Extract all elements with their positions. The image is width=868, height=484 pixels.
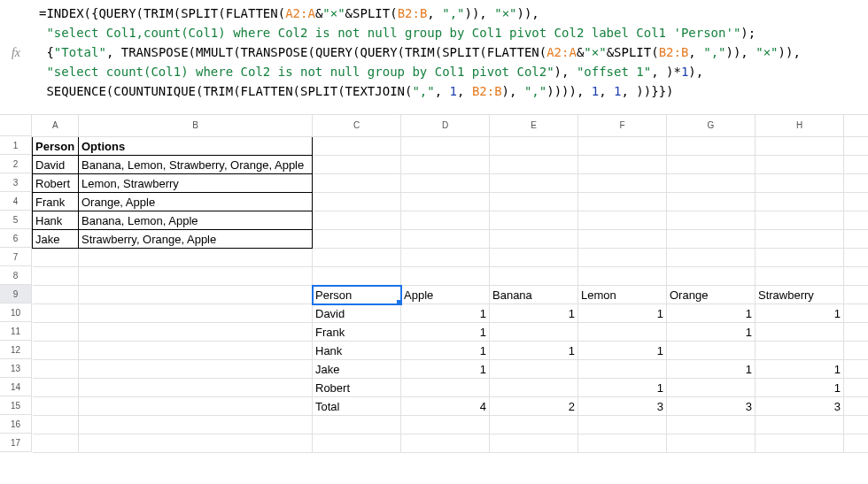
cell[interactable] xyxy=(79,397,313,416)
cell[interactable] xyxy=(401,249,490,267)
cell[interactable] xyxy=(578,434,667,453)
cell[interactable] xyxy=(844,342,869,360)
cell-A3[interactable]: Robert xyxy=(33,174,79,193)
cell[interactable] xyxy=(401,230,490,249)
row-header[interactable]: 5 xyxy=(0,211,32,229)
cell-A1[interactable]: Person xyxy=(33,137,79,156)
cell[interactable] xyxy=(844,211,869,230)
cell[interactable] xyxy=(33,397,79,416)
cell[interactable] xyxy=(844,434,869,453)
cell-C12[interactable]: Hank xyxy=(313,342,401,360)
cell[interactable] xyxy=(401,174,490,193)
column-header[interactable]: F xyxy=(578,115,667,137)
row-header[interactable]: 16 xyxy=(0,415,32,434)
cell-D9[interactable]: Apple xyxy=(401,286,490,304)
cell[interactable] xyxy=(79,267,313,286)
cell[interactable] xyxy=(79,323,313,342)
cell-C14[interactable]: Robert xyxy=(313,379,401,397)
cell[interactable] xyxy=(667,230,756,249)
cell[interactable] xyxy=(79,434,313,453)
cell-A6[interactable]: Jake xyxy=(33,230,79,249)
row-header[interactable]: 7 xyxy=(0,248,32,266)
cell-F14[interactable]: 1 xyxy=(578,379,667,397)
cell[interactable] xyxy=(578,137,667,156)
cell[interactable] xyxy=(33,304,79,323)
cell-B5[interactable]: Banana, Lemon, Apple xyxy=(79,211,313,230)
cell-H13[interactable]: 1 xyxy=(756,360,844,379)
cell[interactable] xyxy=(79,286,313,304)
cell[interactable] xyxy=(756,230,844,249)
cell[interactable] xyxy=(33,379,79,397)
cell-C13[interactable]: Jake xyxy=(313,360,401,379)
cell-D13[interactable]: 1 xyxy=(401,360,490,379)
column-header[interactable] xyxy=(844,115,869,137)
cell[interactable] xyxy=(490,230,578,249)
cell-E10[interactable]: 1 xyxy=(490,304,578,323)
cell[interactable] xyxy=(79,416,313,434)
cell-H9[interactable]: Strawberry xyxy=(756,286,844,304)
row-header[interactable]: 3 xyxy=(0,173,32,192)
cell-F13[interactable] xyxy=(578,360,667,379)
cell[interactable] xyxy=(490,434,578,453)
cell[interactable] xyxy=(756,434,844,453)
row-header[interactable]: 1 xyxy=(0,136,32,155)
cell[interactable] xyxy=(313,174,401,193)
cell[interactable] xyxy=(79,249,313,267)
cell-E14[interactable] xyxy=(490,379,578,397)
cell[interactable] xyxy=(844,156,869,174)
cell-D12[interactable]: 1 xyxy=(401,342,490,360)
column-header[interactable]: H xyxy=(756,115,844,137)
cell[interactable] xyxy=(313,416,401,434)
cell-D14[interactable] xyxy=(401,379,490,397)
row-header[interactable]: 8 xyxy=(0,266,32,285)
cell[interactable] xyxy=(844,323,869,342)
cell[interactable] xyxy=(667,249,756,267)
cell-G10[interactable]: 1 xyxy=(667,304,756,323)
cell-E11[interactable] xyxy=(490,323,578,342)
cell[interactable] xyxy=(313,137,401,156)
cell-G15[interactable]: 3 xyxy=(667,397,756,416)
cell[interactable] xyxy=(33,323,79,342)
cell-C9-active[interactable]: Person xyxy=(313,286,401,304)
row-header[interactable]: 11 xyxy=(0,322,32,341)
row-header[interactable]: 2 xyxy=(0,155,32,173)
column-header[interactable]: C xyxy=(313,115,401,137)
cell[interactable] xyxy=(844,193,869,211)
cell-G12[interactable] xyxy=(667,342,756,360)
cell[interactable] xyxy=(578,193,667,211)
cell-D10[interactable]: 1 xyxy=(401,304,490,323)
cell-H10[interactable]: 1 xyxy=(756,304,844,323)
row-header[interactable]: 10 xyxy=(0,303,32,322)
cell[interactable] xyxy=(578,156,667,174)
cell-H15[interactable]: 3 xyxy=(756,397,844,416)
cell[interactable] xyxy=(756,211,844,230)
cell-F15[interactable]: 3 xyxy=(578,397,667,416)
cell-C11[interactable]: Frank xyxy=(313,323,401,342)
cell[interactable] xyxy=(844,174,869,193)
cell[interactable] xyxy=(667,156,756,174)
formula-input[interactable]: =INDEX({QUERY(TRIM(SPLIT(FLATTEN(A2:A&"×… xyxy=(32,4,801,101)
cell[interactable] xyxy=(844,304,869,323)
cell-F10[interactable]: 1 xyxy=(578,304,667,323)
cell[interactable] xyxy=(490,416,578,434)
cell[interactable] xyxy=(844,249,869,267)
cell[interactable] xyxy=(33,342,79,360)
cell-E9[interactable]: Banana xyxy=(490,286,578,304)
cell[interactable] xyxy=(490,267,578,286)
cell[interactable] xyxy=(756,249,844,267)
cell[interactable] xyxy=(756,137,844,156)
cell[interactable] xyxy=(313,230,401,249)
cell[interactable] xyxy=(756,416,844,434)
cell-G14[interactable] xyxy=(667,379,756,397)
cell[interactable] xyxy=(490,249,578,267)
cell[interactable] xyxy=(313,267,401,286)
column-header[interactable]: B xyxy=(79,115,313,137)
cell[interactable] xyxy=(667,211,756,230)
cell[interactable] xyxy=(401,267,490,286)
cell[interactable] xyxy=(490,156,578,174)
cell[interactable] xyxy=(844,286,869,304)
cell-D15[interactable]: 4 xyxy=(401,397,490,416)
cell-H14[interactable]: 1 xyxy=(756,379,844,397)
cell[interactable] xyxy=(578,211,667,230)
row-header[interactable]: 9 xyxy=(0,285,32,303)
